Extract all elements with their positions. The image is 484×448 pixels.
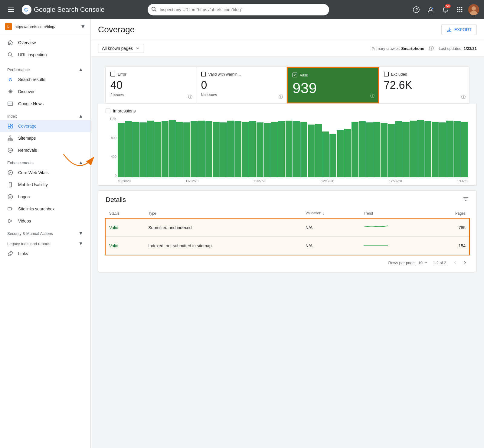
details-filter-icon[interactable] bbox=[463, 196, 469, 204]
prev-page-button[interactable] bbox=[451, 258, 459, 267]
sidebar-item-videos[interactable]: Videos bbox=[0, 215, 90, 227]
notifications-button[interactable]: 50 bbox=[439, 4, 451, 16]
svg-text:G: G bbox=[24, 7, 28, 12]
search-input[interactable] bbox=[148, 4, 329, 15]
next-page-button[interactable] bbox=[461, 258, 469, 267]
col-validation[interactable]: Validation ↓ bbox=[302, 209, 360, 219]
sidebar-item-search-results[interactable]: G Search results bbox=[0, 73, 90, 86]
row2-trend bbox=[360, 237, 430, 255]
crawler-help-icon[interactable]: ⓘ bbox=[429, 45, 434, 52]
bar-14 bbox=[220, 122, 227, 177]
bar-27 bbox=[315, 124, 322, 177]
svg-point-15 bbox=[457, 9, 458, 10]
rows-per-page-value: 10 bbox=[418, 261, 422, 265]
bar-9 bbox=[183, 122, 190, 177]
excluded-checkbox: Excluded bbox=[384, 72, 465, 76]
valid-warning-check-icon bbox=[201, 72, 206, 76]
col-type: Type bbox=[145, 209, 302, 219]
site-selector[interactable]: b https://ahrefs.com/blog/ ▼ bbox=[0, 19, 90, 34]
section-security-header[interactable]: Security & Manual Actions ▼ bbox=[0, 227, 90, 237]
bar-15 bbox=[227, 121, 234, 177]
legacy-chevron-icon: ▼ bbox=[78, 241, 83, 246]
sidebar-item-links[interactable]: Links bbox=[0, 248, 90, 260]
pages-filter-dropdown[interactable]: All known pages bbox=[98, 44, 144, 53]
sidebar-item-coverage[interactable]: Coverage bbox=[0, 120, 90, 132]
table-header-row: Status Type Validation ↓ Trend Pages bbox=[106, 209, 469, 219]
bar-1 bbox=[125, 121, 132, 177]
section-legacy-header[interactable]: Legacy tools and reports ▼ bbox=[0, 237, 90, 248]
vitals-icon bbox=[7, 170, 13, 176]
avatar[interactable] bbox=[468, 4, 479, 15]
error-help-icon[interactable]: ⓘ bbox=[188, 94, 192, 100]
error-card[interactable]: Error 40 2 issues ⓘ bbox=[106, 67, 196, 103]
section-index-header[interactable]: Index ▲ bbox=[0, 110, 90, 120]
sidebar-item-core-web-vitals[interactable]: Core Web Vitals bbox=[0, 167, 90, 179]
apps-button[interactable] bbox=[454, 4, 466, 16]
filter-bar: All known pages Primary crawler: Smartph… bbox=[91, 40, 484, 57]
col-status: Status bbox=[106, 209, 145, 219]
sidebar: b https://ahrefs.com/blog/ ▼ Overview UR… bbox=[0, 19, 91, 448]
bar-25 bbox=[300, 122, 307, 177]
sidebar-item-removals[interactable]: Removals bbox=[0, 144, 90, 156]
bar-12 bbox=[205, 121, 212, 177]
app-title: Google Search Console bbox=[34, 6, 105, 14]
section-enhancements-header[interactable]: Enhancements ▲ bbox=[0, 156, 90, 167]
svg-text:+: + bbox=[432, 8, 433, 10]
section-performance-header[interactable]: Performance ▲ bbox=[0, 63, 90, 73]
sidebar-item-mobile-usability[interactable]: Mobile Usability bbox=[0, 179, 90, 191]
svg-point-17 bbox=[461, 9, 462, 10]
section-legacy-title: Legacy tools and reports bbox=[7, 242, 50, 246]
valid-warning-card[interactable]: Valid with warnin... 0 No issues ⓘ bbox=[196, 67, 287, 103]
bar-20 bbox=[264, 123, 271, 177]
export-icon bbox=[446, 27, 452, 32]
bar-19 bbox=[257, 122, 263, 177]
svg-rect-32 bbox=[10, 136, 11, 137]
sidebar-item-overview[interactable]: Overview bbox=[0, 37, 90, 49]
sidebar-item-discover[interactable]: ✳ Discover bbox=[0, 86, 90, 98]
error-check-icon bbox=[110, 72, 115, 76]
svg-rect-28 bbox=[8, 124, 10, 126]
valid-warning-help-icon[interactable]: ⓘ bbox=[279, 94, 283, 100]
section-security-title: Security & Manual Actions bbox=[7, 231, 53, 236]
bar-4 bbox=[147, 121, 154, 177]
section-index: Index ▲ Coverage Sitemaps bbox=[0, 110, 90, 156]
account-button[interactable]: + bbox=[425, 4, 437, 16]
valid-card[interactable]: ✓ Valid 939 ⓘ bbox=[287, 67, 379, 103]
last-updated-value: 1/23/21 bbox=[464, 46, 477, 51]
bar-42 bbox=[424, 121, 431, 177]
excluded-card[interactable]: Excluded 72.6K ⓘ bbox=[379, 67, 469, 103]
menu-button[interactable] bbox=[5, 4, 17, 16]
links-label: Links bbox=[18, 251, 28, 256]
bar-44 bbox=[439, 122, 446, 177]
valid-help-icon[interactable]: ⓘ bbox=[370, 93, 374, 99]
security-chevron-icon: ▼ bbox=[78, 231, 83, 236]
sidebar-item-sitemaps[interactable]: Sitemaps bbox=[0, 132, 90, 144]
logos-label: Logos bbox=[18, 194, 30, 199]
bar-21 bbox=[271, 122, 278, 177]
sidebar-item-sitelinks-searchbox[interactable]: Sitelinks searchbox bbox=[0, 203, 90, 215]
excluded-help-icon[interactable]: ⓘ bbox=[461, 94, 466, 100]
section-security: Security & Manual Actions ▼ bbox=[0, 227, 90, 237]
section-enhancements-title: Enhancements bbox=[7, 161, 34, 165]
logos-icon bbox=[7, 194, 13, 200]
chart-checkbox[interactable] bbox=[106, 109, 110, 113]
bar-18 bbox=[249, 121, 256, 177]
x-label-5: 12/27/20 bbox=[389, 179, 402, 183]
rows-per-page-select[interactable]: 10 bbox=[418, 261, 428, 265]
export-button[interactable]: EXPORT bbox=[441, 24, 477, 35]
core-web-vitals-label: Core Web Vitals bbox=[18, 170, 49, 175]
primary-crawler-label: Primary crawler: Smartphone bbox=[372, 46, 424, 51]
video-icon bbox=[7, 218, 13, 224]
sidebar-item-google-news[interactable]: Google News bbox=[0, 98, 90, 110]
svg-marker-48 bbox=[9, 219, 12, 223]
help-button[interactable]: ? bbox=[410, 4, 422, 16]
search-bar[interactable] bbox=[148, 4, 329, 15]
table-row: Valid Submitted and indexed N/A 785 bbox=[106, 219, 469, 237]
sidebar-item-url-inspection[interactable]: URL inspection bbox=[0, 49, 90, 61]
details-title: Details bbox=[106, 196, 126, 204]
nav-top: Overview URL inspection bbox=[0, 34, 90, 63]
export-label: EXPORT bbox=[454, 27, 472, 32]
sidebar-item-url-label: URL inspection bbox=[18, 52, 47, 57]
filter-value: All known pages bbox=[102, 46, 133, 51]
sidebar-item-logos[interactable]: Logos bbox=[0, 191, 90, 203]
